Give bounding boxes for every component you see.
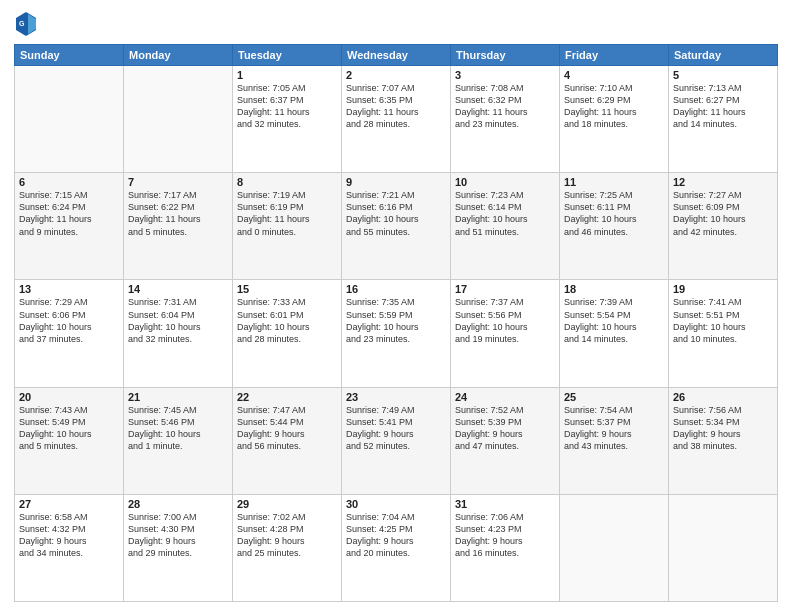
day-number: 7 — [128, 176, 228, 188]
day-number: 24 — [455, 391, 555, 403]
day-number: 30 — [346, 498, 446, 510]
calendar-day-3: 3Sunrise: 7:08 AM Sunset: 6:32 PM Daylig… — [451, 66, 560, 173]
day-info: Sunrise: 7:19 AM Sunset: 6:19 PM Dayligh… — [237, 189, 337, 238]
day-info: Sunrise: 7:41 AM Sunset: 5:51 PM Dayligh… — [673, 296, 773, 345]
day-number: 25 — [564, 391, 664, 403]
day-header-friday: Friday — [560, 45, 669, 66]
calendar-day-26: 26Sunrise: 7:56 AM Sunset: 5:34 PM Dayli… — [669, 387, 778, 494]
day-info: Sunrise: 7:23 AM Sunset: 6:14 PM Dayligh… — [455, 189, 555, 238]
day-number: 9 — [346, 176, 446, 188]
calendar-day-30: 30Sunrise: 7:04 AM Sunset: 4:25 PM Dayli… — [342, 494, 451, 601]
day-info: Sunrise: 6:58 AM Sunset: 4:32 PM Dayligh… — [19, 511, 119, 560]
day-header-thursday: Thursday — [451, 45, 560, 66]
day-number: 5 — [673, 69, 773, 81]
day-info: Sunrise: 7:07 AM Sunset: 6:35 PM Dayligh… — [346, 82, 446, 131]
calendar-empty — [124, 66, 233, 173]
day-number: 12 — [673, 176, 773, 188]
calendar-empty — [669, 494, 778, 601]
calendar-day-22: 22Sunrise: 7:47 AM Sunset: 5:44 PM Dayli… — [233, 387, 342, 494]
day-number: 20 — [19, 391, 119, 403]
day-header-tuesday: Tuesday — [233, 45, 342, 66]
day-info: Sunrise: 7:52 AM Sunset: 5:39 PM Dayligh… — [455, 404, 555, 453]
calendar-day-17: 17Sunrise: 7:37 AM Sunset: 5:56 PM Dayli… — [451, 280, 560, 387]
day-header-monday: Monday — [124, 45, 233, 66]
day-number: 6 — [19, 176, 119, 188]
day-number: 22 — [237, 391, 337, 403]
day-info: Sunrise: 7:29 AM Sunset: 6:06 PM Dayligh… — [19, 296, 119, 345]
day-info: Sunrise: 7:02 AM Sunset: 4:28 PM Dayligh… — [237, 511, 337, 560]
calendar-day-31: 31Sunrise: 7:06 AM Sunset: 4:23 PM Dayli… — [451, 494, 560, 601]
day-number: 13 — [19, 283, 119, 295]
day-info: Sunrise: 7:13 AM Sunset: 6:27 PM Dayligh… — [673, 82, 773, 131]
calendar-day-24: 24Sunrise: 7:52 AM Sunset: 5:39 PM Dayli… — [451, 387, 560, 494]
day-info: Sunrise: 7:10 AM Sunset: 6:29 PM Dayligh… — [564, 82, 664, 131]
svg-marker-1 — [28, 14, 36, 34]
day-info: Sunrise: 7:54 AM Sunset: 5:37 PM Dayligh… — [564, 404, 664, 453]
calendar-day-4: 4Sunrise: 7:10 AM Sunset: 6:29 PM Daylig… — [560, 66, 669, 173]
calendar-day-2: 2Sunrise: 7:07 AM Sunset: 6:35 PM Daylig… — [342, 66, 451, 173]
day-number: 16 — [346, 283, 446, 295]
calendar-day-9: 9Sunrise: 7:21 AM Sunset: 6:16 PM Daylig… — [342, 173, 451, 280]
day-info: Sunrise: 7:43 AM Sunset: 5:49 PM Dayligh… — [19, 404, 119, 453]
day-info: Sunrise: 7:49 AM Sunset: 5:41 PM Dayligh… — [346, 404, 446, 453]
calendar-day-19: 19Sunrise: 7:41 AM Sunset: 5:51 PM Dayli… — [669, 280, 778, 387]
day-number: 14 — [128, 283, 228, 295]
day-info: Sunrise: 7:00 AM Sunset: 4:30 PM Dayligh… — [128, 511, 228, 560]
calendar-header-row: SundayMondayTuesdayWednesdayThursdayFrid… — [15, 45, 778, 66]
calendar-day-28: 28Sunrise: 7:00 AM Sunset: 4:30 PM Dayli… — [124, 494, 233, 601]
calendar-day-5: 5Sunrise: 7:13 AM Sunset: 6:27 PM Daylig… — [669, 66, 778, 173]
calendar-day-10: 10Sunrise: 7:23 AM Sunset: 6:14 PM Dayli… — [451, 173, 560, 280]
calendar-day-6: 6Sunrise: 7:15 AM Sunset: 6:24 PM Daylig… — [15, 173, 124, 280]
calendar: SundayMondayTuesdayWednesdayThursdayFrid… — [14, 44, 778, 602]
day-number: 28 — [128, 498, 228, 510]
day-info: Sunrise: 7:21 AM Sunset: 6:16 PM Dayligh… — [346, 189, 446, 238]
day-info: Sunrise: 7:17 AM Sunset: 6:22 PM Dayligh… — [128, 189, 228, 238]
calendar-week-3: 13Sunrise: 7:29 AM Sunset: 6:06 PM Dayli… — [15, 280, 778, 387]
day-number: 11 — [564, 176, 664, 188]
logo-icon: G — [14, 10, 38, 38]
calendar-week-1: 1Sunrise: 7:05 AM Sunset: 6:37 PM Daylig… — [15, 66, 778, 173]
day-header-sunday: Sunday — [15, 45, 124, 66]
calendar-day-12: 12Sunrise: 7:27 AM Sunset: 6:09 PM Dayli… — [669, 173, 778, 280]
day-number: 2 — [346, 69, 446, 81]
day-info: Sunrise: 7:15 AM Sunset: 6:24 PM Dayligh… — [19, 189, 119, 238]
calendar-day-8: 8Sunrise: 7:19 AM Sunset: 6:19 PM Daylig… — [233, 173, 342, 280]
calendar-day-13: 13Sunrise: 7:29 AM Sunset: 6:06 PM Dayli… — [15, 280, 124, 387]
day-info: Sunrise: 7:39 AM Sunset: 5:54 PM Dayligh… — [564, 296, 664, 345]
day-number: 1 — [237, 69, 337, 81]
day-header-saturday: Saturday — [669, 45, 778, 66]
calendar-day-27: 27Sunrise: 6:58 AM Sunset: 4:32 PM Dayli… — [15, 494, 124, 601]
day-info: Sunrise: 7:05 AM Sunset: 6:37 PM Dayligh… — [237, 82, 337, 131]
calendar-day-14: 14Sunrise: 7:31 AM Sunset: 6:04 PM Dayli… — [124, 280, 233, 387]
day-info: Sunrise: 7:31 AM Sunset: 6:04 PM Dayligh… — [128, 296, 228, 345]
calendar-week-2: 6Sunrise: 7:15 AM Sunset: 6:24 PM Daylig… — [15, 173, 778, 280]
day-info: Sunrise: 7:08 AM Sunset: 6:32 PM Dayligh… — [455, 82, 555, 131]
calendar-empty — [560, 494, 669, 601]
day-number: 18 — [564, 283, 664, 295]
day-number: 27 — [19, 498, 119, 510]
day-number: 21 — [128, 391, 228, 403]
day-number: 26 — [673, 391, 773, 403]
day-info: Sunrise: 7:27 AM Sunset: 6:09 PM Dayligh… — [673, 189, 773, 238]
day-number: 15 — [237, 283, 337, 295]
day-number: 29 — [237, 498, 337, 510]
calendar-day-15: 15Sunrise: 7:33 AM Sunset: 6:01 PM Dayli… — [233, 280, 342, 387]
calendar-day-29: 29Sunrise: 7:02 AM Sunset: 4:28 PM Dayli… — [233, 494, 342, 601]
calendar-day-18: 18Sunrise: 7:39 AM Sunset: 5:54 PM Dayli… — [560, 280, 669, 387]
calendar-day-1: 1Sunrise: 7:05 AM Sunset: 6:37 PM Daylig… — [233, 66, 342, 173]
calendar-day-16: 16Sunrise: 7:35 AM Sunset: 5:59 PM Dayli… — [342, 280, 451, 387]
day-info: Sunrise: 7:37 AM Sunset: 5:56 PM Dayligh… — [455, 296, 555, 345]
day-number: 23 — [346, 391, 446, 403]
day-number: 31 — [455, 498, 555, 510]
svg-text:G: G — [19, 20, 25, 27]
day-info: Sunrise: 7:04 AM Sunset: 4:25 PM Dayligh… — [346, 511, 446, 560]
calendar-week-4: 20Sunrise: 7:43 AM Sunset: 5:49 PM Dayli… — [15, 387, 778, 494]
calendar-empty — [15, 66, 124, 173]
calendar-day-25: 25Sunrise: 7:54 AM Sunset: 5:37 PM Dayli… — [560, 387, 669, 494]
day-number: 10 — [455, 176, 555, 188]
logo: G — [14, 10, 42, 38]
calendar-week-5: 27Sunrise: 6:58 AM Sunset: 4:32 PM Dayli… — [15, 494, 778, 601]
day-number: 4 — [564, 69, 664, 81]
header: G — [14, 10, 778, 38]
day-info: Sunrise: 7:06 AM Sunset: 4:23 PM Dayligh… — [455, 511, 555, 560]
